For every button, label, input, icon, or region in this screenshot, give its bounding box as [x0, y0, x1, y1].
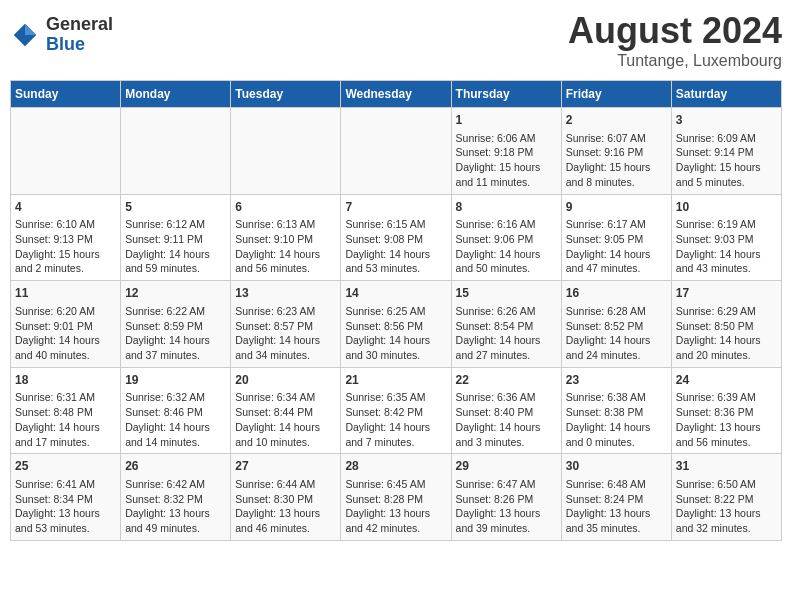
day-info-text: Daylight: 14 hours: [456, 420, 557, 435]
calendar-cell-2-3: 14Sunrise: 6:25 AMSunset: 8:56 PMDayligh…: [341, 281, 451, 368]
day-info-text: Sunset: 9:14 PM: [676, 145, 777, 160]
day-info-text: Daylight: 13 hours: [345, 506, 446, 521]
day-info-text: Daylight: 14 hours: [566, 247, 667, 262]
month-title: August 2024: [568, 10, 782, 52]
weekday-header-sunday: Sunday: [11, 81, 121, 108]
day-info-text: Sunset: 8:54 PM: [456, 319, 557, 334]
day-info-text: Daylight: 14 hours: [566, 420, 667, 435]
day-info-text: Daylight: 14 hours: [125, 247, 226, 262]
day-info-text: Sunset: 9:13 PM: [15, 232, 116, 247]
day-info-text: and 0 minutes.: [566, 435, 667, 450]
day-info-text: Sunset: 8:38 PM: [566, 405, 667, 420]
calendar-cell-3-4: 22Sunrise: 6:36 AMSunset: 8:40 PMDayligh…: [451, 367, 561, 454]
day-info-text: and 8 minutes.: [566, 175, 667, 190]
day-info-text: Sunrise: 6:16 AM: [456, 217, 557, 232]
day-number: 3: [676, 112, 777, 129]
day-info-text: Sunset: 9:18 PM: [456, 145, 557, 160]
calendar-cell-2-6: 17Sunrise: 6:29 AMSunset: 8:50 PMDayligh…: [671, 281, 781, 368]
day-info-text: Sunrise: 6:23 AM: [235, 304, 336, 319]
day-info-text: and 56 minutes.: [676, 435, 777, 450]
calendar-cell-0-4: 1Sunrise: 6:06 AMSunset: 9:18 PMDaylight…: [451, 108, 561, 195]
day-info-text: Daylight: 14 hours: [456, 333, 557, 348]
calendar-cell-3-3: 21Sunrise: 6:35 AMSunset: 8:42 PMDayligh…: [341, 367, 451, 454]
calendar-week-row-3: 18Sunrise: 6:31 AMSunset: 8:48 PMDayligh…: [11, 367, 782, 454]
day-number: 23: [566, 372, 667, 389]
day-info-text: Daylight: 14 hours: [676, 247, 777, 262]
day-info-text: and 53 minutes.: [345, 261, 446, 276]
weekday-header-row: SundayMondayTuesdayWednesdayThursdayFrid…: [11, 81, 782, 108]
day-info-text: Daylight: 14 hours: [125, 333, 226, 348]
day-info-text: Daylight: 14 hours: [345, 420, 446, 435]
title-area: August 2024 Tuntange, Luxembourg: [568, 10, 782, 70]
day-info-text: Sunrise: 6:35 AM: [345, 390, 446, 405]
day-info-text: and 42 minutes.: [345, 521, 446, 536]
day-info-text: Sunset: 8:59 PM: [125, 319, 226, 334]
logo-text: General Blue: [46, 15, 113, 55]
day-info-text: Sunrise: 6:13 AM: [235, 217, 336, 232]
day-info-text: Sunrise: 6:25 AM: [345, 304, 446, 319]
day-info-text: Sunrise: 6:15 AM: [345, 217, 446, 232]
logo-icon: [10, 20, 40, 50]
day-number: 16: [566, 285, 667, 302]
day-info-text: Sunrise: 6:47 AM: [456, 477, 557, 492]
location: Tuntange, Luxembourg: [568, 52, 782, 70]
day-info-text: Daylight: 14 hours: [456, 247, 557, 262]
day-info-text: Sunset: 8:36 PM: [676, 405, 777, 420]
day-number: 9: [566, 199, 667, 216]
day-info-text: Sunset: 8:46 PM: [125, 405, 226, 420]
day-number: 25: [15, 458, 116, 475]
day-info-text: and 43 minutes.: [676, 261, 777, 276]
day-info-text: Sunrise: 6:12 AM: [125, 217, 226, 232]
day-info-text: and 49 minutes.: [125, 521, 226, 536]
calendar-cell-4-0: 25Sunrise: 6:41 AMSunset: 8:34 PMDayligh…: [11, 454, 121, 541]
day-info-text: Sunrise: 6:32 AM: [125, 390, 226, 405]
day-info-text: and 17 minutes.: [15, 435, 116, 450]
day-info-text: Sunrise: 6:26 AM: [456, 304, 557, 319]
day-info-text: Sunset: 8:34 PM: [15, 492, 116, 507]
day-info-text: and 46 minutes.: [235, 521, 336, 536]
calendar-cell-4-5: 30Sunrise: 6:48 AMSunset: 8:24 PMDayligh…: [561, 454, 671, 541]
calendar-header: SundayMondayTuesdayWednesdayThursdayFrid…: [11, 81, 782, 108]
day-info-text: Sunset: 9:16 PM: [566, 145, 667, 160]
day-info-text: Sunset: 9:03 PM: [676, 232, 777, 247]
day-number: 27: [235, 458, 336, 475]
calendar-cell-1-4: 8Sunrise: 6:16 AMSunset: 9:06 PMDaylight…: [451, 194, 561, 281]
day-info-text: Sunset: 9:01 PM: [15, 319, 116, 334]
day-info-text: Sunrise: 6:06 AM: [456, 131, 557, 146]
day-info-text: Sunset: 8:42 PM: [345, 405, 446, 420]
calendar-cell-2-2: 13Sunrise: 6:23 AMSunset: 8:57 PMDayligh…: [231, 281, 341, 368]
day-info-text: Sunrise: 6:07 AM: [566, 131, 667, 146]
day-info-text: Sunrise: 6:41 AM: [15, 477, 116, 492]
calendar-cell-1-6: 10Sunrise: 6:19 AMSunset: 9:03 PMDayligh…: [671, 194, 781, 281]
day-number: 26: [125, 458, 226, 475]
day-info-text: Sunrise: 6:45 AM: [345, 477, 446, 492]
day-info-text: Daylight: 15 hours: [566, 160, 667, 175]
day-info-text: Sunset: 8:56 PM: [345, 319, 446, 334]
day-number: 29: [456, 458, 557, 475]
day-info-text: Daylight: 13 hours: [456, 506, 557, 521]
logo: General Blue: [10, 15, 113, 55]
calendar-cell-0-1: [121, 108, 231, 195]
calendar-cell-3-0: 18Sunrise: 6:31 AMSunset: 8:48 PMDayligh…: [11, 367, 121, 454]
day-info-text: and 32 minutes.: [676, 521, 777, 536]
day-info-text: and 37 minutes.: [125, 348, 226, 363]
calendar-week-row-2: 11Sunrise: 6:20 AMSunset: 9:01 PMDayligh…: [11, 281, 782, 368]
day-info-text: Daylight: 13 hours: [566, 506, 667, 521]
day-info-text: and 39 minutes.: [456, 521, 557, 536]
day-info-text: Daylight: 14 hours: [235, 333, 336, 348]
day-info-text: and 5 minutes.: [676, 175, 777, 190]
weekday-header-saturday: Saturday: [671, 81, 781, 108]
calendar-body: 1Sunrise: 6:06 AMSunset: 9:18 PMDaylight…: [11, 108, 782, 541]
calendar-cell-2-1: 12Sunrise: 6:22 AMSunset: 8:59 PMDayligh…: [121, 281, 231, 368]
day-info-text: Sunrise: 6:48 AM: [566, 477, 667, 492]
day-info-text: Sunrise: 6:38 AM: [566, 390, 667, 405]
day-number: 28: [345, 458, 446, 475]
day-number: 21: [345, 372, 446, 389]
day-info-text: and 20 minutes.: [676, 348, 777, 363]
day-info-text: Daylight: 13 hours: [15, 506, 116, 521]
day-number: 11: [15, 285, 116, 302]
calendar-cell-4-1: 26Sunrise: 6:42 AMSunset: 8:32 PMDayligh…: [121, 454, 231, 541]
day-info-text: Sunrise: 6:34 AM: [235, 390, 336, 405]
calendar-cell-1-5: 9Sunrise: 6:17 AMSunset: 9:05 PMDaylight…: [561, 194, 671, 281]
day-info-text: Sunset: 8:48 PM: [15, 405, 116, 420]
